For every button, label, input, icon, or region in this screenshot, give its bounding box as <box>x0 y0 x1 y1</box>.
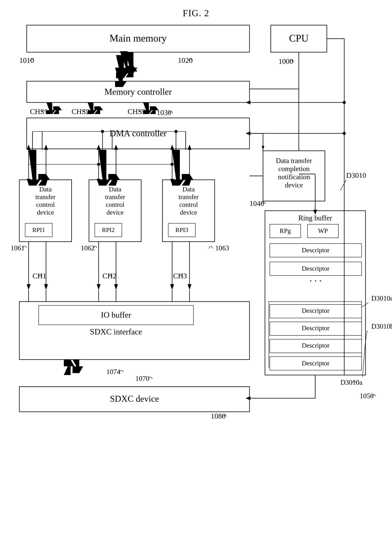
dtc-device-3-label-2: transfer <box>178 193 199 201</box>
chs2-arrows <box>88 102 103 114</box>
dtc-device-2-label-2: transfer <box>105 193 125 201</box>
ring-buffer-label: Ring buffer <box>298 214 332 222</box>
wp-label: WP <box>318 227 328 234</box>
label-d3010b: D3010b <box>371 322 392 330</box>
dtc-label-1: Data transfer <box>276 157 312 165</box>
dot-ch2-top <box>101 130 104 133</box>
svg-marker-16 <box>99 150 110 186</box>
chs3-arrows <box>143 102 159 114</box>
dtc-device-2-label-3: control <box>106 201 124 208</box>
descriptor-label-5: Descriptor <box>302 342 330 349</box>
rpg-label: RPg <box>280 227 291 234</box>
arrow-to-dtc <box>262 146 264 150</box>
arrow-ch3-left-down <box>170 284 174 290</box>
svg-marker-18 <box>172 150 184 186</box>
ch3-label: CH3 <box>173 272 187 280</box>
dtc-device-3-label-1: Data <box>182 186 195 193</box>
label-1063: 1063 <box>215 244 229 252</box>
dot-cpu-690 <box>343 132 346 135</box>
dtc-label-4: device <box>285 181 303 189</box>
svg-marker-21 <box>72 360 83 373</box>
label-1074: 1074 <box>106 368 120 376</box>
dtc-device-2-label-4: device <box>107 209 124 216</box>
label-1070: 1070 <box>135 375 149 382</box>
dot-dev3-mid <box>171 163 174 166</box>
label-1000: 1000 <box>279 57 293 65</box>
dtc-device-1-label-4: device <box>37 209 54 216</box>
dtc-device-1-label-1: Data <box>39 186 52 193</box>
arrow-ch1-left-down <box>27 284 30 290</box>
dot-ch3-top <box>174 130 178 133</box>
label-d3010c: D3010c <box>371 294 392 302</box>
ch2-label: CH2 <box>102 272 116 280</box>
dtc-device-3-label-4: device <box>180 209 197 216</box>
dtc-label-2: completion <box>278 165 310 173</box>
chs1-arrows <box>46 102 62 114</box>
label-d3010a: D3010a <box>340 378 362 386</box>
svg-marker-11 <box>94 106 103 114</box>
sdxc-double-arrow <box>64 360 83 375</box>
arrow-ch3-right-down <box>188 284 191 290</box>
dtc-device-3-label-3: control <box>179 201 198 208</box>
descriptor-label-6: Descriptor <box>302 360 330 367</box>
dot-dev2-mid <box>97 163 100 166</box>
descriptor-label-1: Descriptor <box>302 247 330 254</box>
rpi2-label: RPI2 <box>102 226 115 233</box>
dots-label: · · · <box>310 276 322 286</box>
ch1-label: CH1 <box>32 272 46 280</box>
sdxc-interface-label: SDXC interface <box>90 327 142 336</box>
descriptor-label-3: Descriptor <box>302 307 330 314</box>
label-1061: 1061 <box>11 244 24 252</box>
descriptor-label-2: Descriptor <box>302 265 330 272</box>
arrow-ch1-right-down <box>44 284 48 290</box>
svg-marker-9 <box>53 106 62 114</box>
dtc-device-2-label-1: Data <box>109 186 121 193</box>
label-1020: 1020 <box>178 56 193 64</box>
rpi1-label: RPI1 <box>32 226 45 233</box>
diagram-container: FIG. 2 Main memory <box>0 0 392 544</box>
descriptor-label-4: Descriptor <box>302 324 330 331</box>
sdxc-device-label: SDXC device <box>110 394 159 404</box>
arrow-ch2-right-down <box>114 284 118 290</box>
cpu-label: CPU <box>289 33 309 44</box>
io-buffer-label: IO buffer <box>101 310 131 319</box>
label-1062: 1062 <box>81 244 95 252</box>
label-1050: 1050 <box>360 392 374 400</box>
dtc-device-1-label-3: control <box>36 201 55 208</box>
dot-cpu-530 <box>343 101 346 104</box>
main-memory-label: Main memory <box>109 33 167 44</box>
label-d3010: D3010 <box>346 171 366 179</box>
d3010-line <box>340 180 346 190</box>
rpi3-label: RPI3 <box>175 226 188 233</box>
dma-controller-label: DMA controller <box>109 128 166 138</box>
memory-controller-label: Memory controller <box>104 87 172 97</box>
dtc-device-1-label-2: transfer <box>36 193 56 201</box>
svg-marker-14 <box>29 150 40 186</box>
arrow-ch2-left-down <box>97 284 101 290</box>
label-1010: 1010 <box>19 56 34 64</box>
